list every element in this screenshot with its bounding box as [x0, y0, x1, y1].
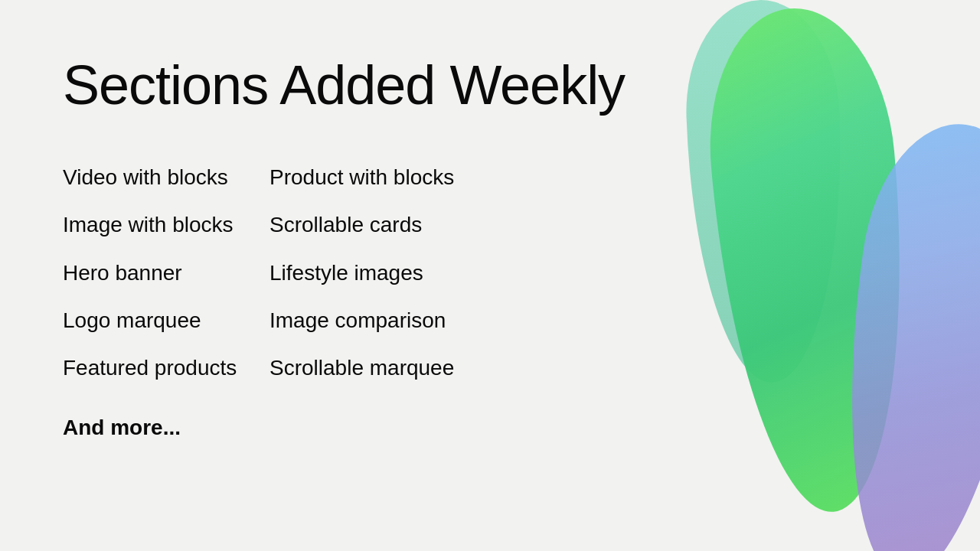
list-item: Product with blocks	[270, 154, 499, 201]
list-item: Video with blocks	[63, 154, 270, 201]
decorative-blobs	[628, 0, 980, 551]
list-item: Scrollable marquee	[270, 344, 499, 392]
list-item: Logo marquee	[63, 297, 270, 344]
list-item: Lifestyle images	[270, 249, 499, 297]
list-item: Hero banner	[63, 249, 270, 297]
list-item: Image comparison	[270, 297, 499, 344]
list-item: Image with blocks	[63, 201, 270, 249]
list-item: Scrollable cards	[270, 201, 499, 249]
list-item: Featured products	[63, 344, 270, 392]
